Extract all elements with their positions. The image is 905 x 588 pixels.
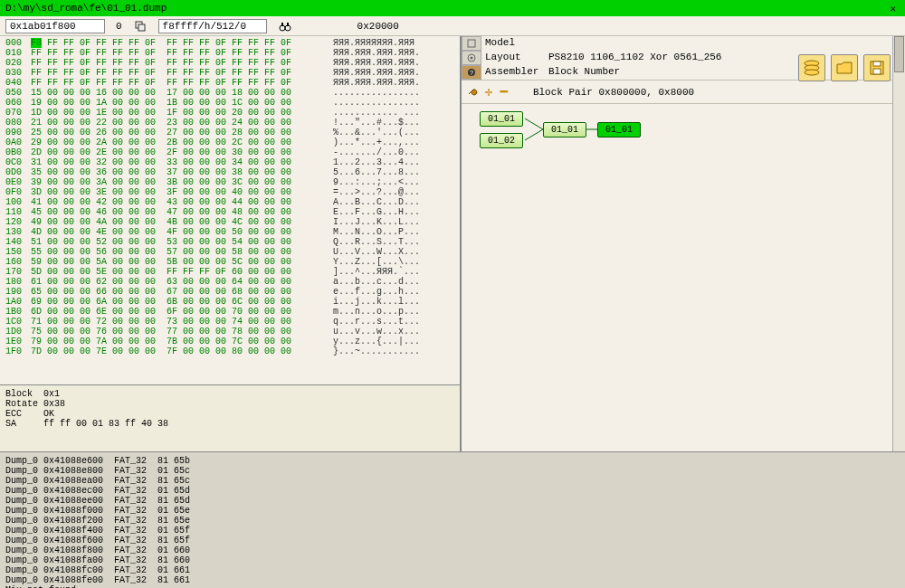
hex-row[interactable]: 0F03D 00 00 00 3E 00 00 00 3F 00 00 00 4… bbox=[5, 187, 454, 197]
hex-row[interactable]: 1B06D 00 00 00 6E 00 00 00 6F 00 00 00 7… bbox=[5, 307, 454, 317]
hex-row[interactable]: 14051 00 00 00 52 00 00 00 53 00 00 00 5… bbox=[5, 237, 454, 247]
graph-node-selected[interactable]: 01_01 bbox=[597, 122, 641, 138]
toolbar-value2: 0x20000 bbox=[357, 21, 399, 32]
wrench-icon[interactable] bbox=[467, 85, 478, 99]
close-icon[interactable]: ✕ bbox=[886, 3, 900, 14]
hex-row[interactable]: 0701D 00 00 00 1E 00 00 00 1F 00 00 00 2… bbox=[5, 108, 454, 118]
copy-icon[interactable] bbox=[133, 19, 148, 33]
hex-row[interactable]: 06019 00 00 00 1A 00 00 00 1B 00 00 00 1… bbox=[5, 98, 454, 108]
hex-row[interactable]: 18061 00 00 00 62 00 00 00 63 00 00 00 6… bbox=[5, 277, 454, 287]
hex-row[interactable]: 0C031 00 00 00 32 00 00 00 33 00 00 00 3… bbox=[5, 157, 454, 167]
block-pair-label: Block Pair 0x800000, 0x8000 bbox=[533, 87, 694, 98]
title-bar: D:\my\sd_roma\fe\01_01.dump ✕ bbox=[0, 0, 905, 16]
model-icon[interactable] bbox=[462, 36, 481, 51]
svg-point-8 bbox=[471, 57, 473, 60]
hex-pane: 000F8 FF FF 0F FF FF FF 0F FF FF FF 0F F… bbox=[0, 36, 462, 451]
svg-line-17 bbox=[525, 119, 543, 129]
hex-row[interactable]: 000F8 FF FF 0F FF FF FF 0F FF FF FF 0F F… bbox=[5, 38, 454, 48]
hex-row[interactable]: 10041 00 00 00 42 00 00 00 43 00 00 00 4… bbox=[5, 197, 454, 207]
folder-icon[interactable] bbox=[831, 54, 858, 81]
right-scrollbar[interactable] bbox=[892, 36, 905, 451]
hex-row[interactable]: 020FF FF FF 0F FF FF FF 0F FF FF FF 0F F… bbox=[5, 58, 454, 68]
svg-point-13 bbox=[805, 70, 819, 75]
model-label: Model bbox=[481, 36, 545, 51]
hex-row[interactable]: 15055 00 00 00 56 00 00 00 57 00 00 00 5… bbox=[5, 247, 454, 257]
svg-rect-16 bbox=[873, 69, 881, 74]
hex-row[interactable]: 16059 00 00 00 5A 00 00 00 5B 00 00 00 5… bbox=[5, 257, 454, 267]
binoculars-icon[interactable] bbox=[278, 19, 292, 33]
svg-rect-1 bbox=[138, 24, 145, 31]
layout-icon[interactable] bbox=[462, 51, 481, 65]
hex-row[interactable]: 010FF FF FF 0F FF FF FF 0F FF FF FF 0F F… bbox=[5, 48, 454, 58]
hex-row[interactable]: 09025 00 00 00 26 00 00 00 27 00 00 00 2… bbox=[5, 128, 454, 138]
svg-text:?: ? bbox=[470, 70, 473, 77]
svg-line-18 bbox=[525, 129, 543, 140]
save-icon[interactable] bbox=[863, 54, 891, 81]
hex-row[interactable]: 1D075 00 00 00 76 00 00 00 77 00 00 00 7… bbox=[5, 327, 454, 337]
graph-edges bbox=[462, 104, 905, 451]
hex-row[interactable]: 0B02D 00 00 00 2E 00 00 00 2F 00 00 00 3… bbox=[5, 147, 454, 157]
plus-icon[interactable]: ✛ bbox=[485, 84, 492, 100]
right-pane: Model Layout PS8210 1106_1102 Xor 0561_2… bbox=[462, 36, 905, 451]
hex-scrollbar[interactable]: 000F8 FF FF 0F FF FF FF 0F FF FF FF 0F F… bbox=[0, 36, 460, 384]
graph-node[interactable]: 01_01 bbox=[480, 111, 523, 127]
hex-row[interactable]: 1F07D 00 00 00 7E 00 00 00 7F 00 00 00 8… bbox=[5, 346, 454, 356]
graph-node[interactable]: 01_02 bbox=[480, 133, 523, 148]
svg-rect-6 bbox=[468, 40, 475, 47]
hex-row[interactable]: 030FF FF FF 0F FF FF FF 0F FF FF FF 0F F… bbox=[5, 68, 454, 78]
graph-node[interactable]: 01_01 bbox=[543, 122, 586, 138]
hex-info: Block 0x1 Rotate 0x38 ECC OK SA ff ff 00… bbox=[0, 384, 460, 451]
hex-row[interactable]: 12049 00 00 00 4A 00 00 00 4B 00 00 00 4… bbox=[5, 217, 454, 227]
sub-toolbar: ✛ ━ Block Pair 0x800000, 0x8000 bbox=[462, 81, 905, 104]
toolbar: 0 0x20000 bbox=[0, 16, 905, 36]
model-value[interactable] bbox=[545, 36, 905, 51]
pattern-input[interactable] bbox=[158, 19, 267, 33]
hex-content[interactable]: 000F8 FF FF 0F FF FF FF 0F FF FF FF 0F F… bbox=[0, 36, 460, 358]
layout-label: Layout bbox=[481, 51, 545, 65]
hex-row[interactable]: 1304D 00 00 00 4E 00 00 00 4F 00 00 00 5… bbox=[5, 227, 454, 237]
svg-rect-4 bbox=[281, 23, 283, 26]
hex-row[interactable]: 1705D 00 00 00 5E 00 00 00 FF FF FF 0F 6… bbox=[5, 267, 454, 277]
hex-row[interactable]: 1A069 00 00 00 6A 00 00 00 6B 00 00 00 6… bbox=[5, 297, 454, 307]
address-input[interactable] bbox=[5, 19, 105, 33]
minus-icon[interactable]: ━ bbox=[500, 84, 507, 100]
hex-row[interactable]: 11045 00 00 00 46 00 00 00 47 00 00 00 4… bbox=[5, 207, 454, 217]
hex-row[interactable]: 0A029 00 00 00 2A 00 00 00 2B 00 00 00 2… bbox=[5, 138, 454, 147]
hex-row[interactable]: 0D035 00 00 00 36 00 00 00 37 00 00 00 3… bbox=[5, 167, 454, 177]
hex-row[interactable]: 1E079 00 00 00 7A 00 00 00 7B 00 00 00 7… bbox=[5, 337, 454, 346]
toolbar-zero: 0 bbox=[116, 21, 122, 32]
hex-row[interactable]: 1C071 00 00 00 72 00 00 00 73 00 00 00 7… bbox=[5, 317, 454, 327]
hex-row[interactable]: 040FF FF FF 0F FF FF FF 0F FF FF FF 0F F… bbox=[5, 78, 454, 88]
hex-row[interactable]: 0E039 00 00 00 3A 00 00 00 3B 00 00 00 3… bbox=[5, 177, 454, 187]
disk-stack-icon[interactable] bbox=[798, 54, 825, 81]
hex-row[interactable]: 08021 00 00 00 22 00 00 00 23 00 00 00 2… bbox=[5, 118, 454, 128]
window-title: D:\my\sd_roma\fe\01_01.dump bbox=[5, 3, 167, 14]
assembler-icon[interactable]: ? bbox=[462, 65, 481, 80]
svg-rect-15 bbox=[873, 62, 881, 66]
log-pane[interactable]: Dump_0 0x41088e600 FAT_32 81 65b Dump_0 … bbox=[0, 452, 905, 588]
hex-row[interactable]: 19065 00 00 00 66 00 00 00 67 00 00 00 6… bbox=[5, 287, 454, 297]
hex-row[interactable]: 05015 00 00 00 16 00 00 00 17 00 00 00 1… bbox=[5, 88, 454, 98]
svg-rect-5 bbox=[287, 23, 289, 26]
block-graph[interactable]: 01_01 01_02 01_01 01_01 bbox=[462, 104, 905, 451]
assembler-label: Assembler bbox=[481, 65, 545, 80]
